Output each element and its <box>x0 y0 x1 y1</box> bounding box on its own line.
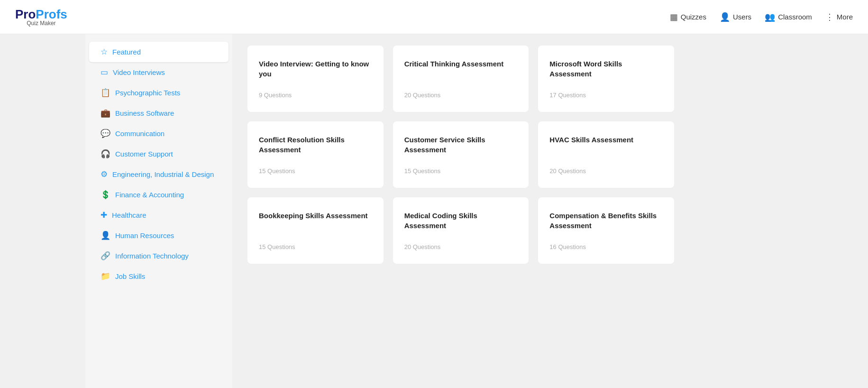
nav-more-label: More <box>837 13 853 21</box>
sidebar-item-information-technology[interactable]: 🔗 Information Technology <box>89 246 228 266</box>
communication-icon: 💬 <box>101 129 110 139</box>
card-video-interview[interactable]: Video Interview: Getting to know you 9 Q… <box>247 46 384 112</box>
sidebar: ☆ Featured ▭ Video Interviews 📋 Psychogr… <box>85 34 232 388</box>
nav-more[interactable]: ⋮ More <box>825 12 853 22</box>
card-questions: 15 Questions <box>259 243 372 250</box>
sidebar-item-featured[interactable]: ☆ Featured <box>89 42 228 62</box>
sidebar-item-label: Finance & Accounting <box>115 191 184 199</box>
card-questions: 15 Questions <box>404 167 518 175</box>
quizzes-icon: ▦ <box>670 12 678 22</box>
card-title: Video Interview: Getting to know you <box>259 59 372 79</box>
card-title: Critical Thinking Assessment <box>404 59 518 69</box>
healthcare-icon: ✚ <box>101 210 107 220</box>
card-title: Microsoft Word Skills Assessment <box>549 59 663 79</box>
card-questions: 20 Questions <box>404 92 518 99</box>
logo-pro: Pro <box>15 7 36 21</box>
nav-quizzes[interactable]: ▦ Quizzes <box>670 12 706 22</box>
more-icon: ⋮ <box>825 12 834 22</box>
customer-support-icon: 🎧 <box>101 149 110 159</box>
nav-classroom-label: Classroom <box>778 13 812 21</box>
sidebar-item-finance[interactable]: 💲 Finance & Accounting <box>89 185 228 205</box>
nav-quizzes-label: Quizzes <box>681 13 706 21</box>
sidebar-item-business-software[interactable]: 💼 Business Software <box>89 103 228 123</box>
left-spacer <box>0 34 85 388</box>
hr-icon: 👤 <box>101 231 110 240</box>
layout: ☆ Featured ▭ Video Interviews 📋 Psychogr… <box>0 34 868 388</box>
card-customer-service[interactable]: Customer Service Skills Assessment 15 Qu… <box>393 121 529 188</box>
sidebar-item-label: Business Software <box>115 109 174 117</box>
logo[interactable]: ProProfs Quiz Maker <box>15 8 67 26</box>
cards-grid: Video Interview: Getting to know you 9 Q… <box>247 46 674 264</box>
sidebar-item-label: Communication <box>115 129 164 138</box>
card-medical-coding[interactable]: Medical Coding Skills Assessment 20 Ques… <box>393 197 529 264</box>
sidebar-item-healthcare[interactable]: ✚ Healthcare <box>89 205 228 225</box>
card-title: Conflict Resolution Skills Assessment <box>259 135 372 155</box>
card-bookkeeping[interactable]: Bookkeeping Skills Assessment 15 Questio… <box>247 197 384 264</box>
header-nav: ▦ Quizzes 👤 Users 👥 Classroom ⋮ More <box>670 12 853 22</box>
sidebar-item-customer-support[interactable]: 🎧 Customer Support <box>89 144 228 164</box>
sidebar-item-human-resources[interactable]: 👤 Human Resources <box>89 225 228 246</box>
card-questions: 16 Questions <box>549 243 663 250</box>
card-conflict-resolution[interactable]: Conflict Resolution Skills Assessment 15… <box>247 121 384 188</box>
header: ProProfs Quiz Maker ▦ Quizzes 👤 Users 👥 … <box>0 0 868 34</box>
sidebar-item-label: Job Skills <box>115 272 145 280</box>
sidebar-item-label: Engineering, Industrial & Design <box>112 170 214 178</box>
card-microsoft-word[interactable]: Microsoft Word Skills Assessment 17 Ques… <box>538 46 674 112</box>
featured-icon: ☆ <box>101 47 108 57</box>
card-title: Customer Service Skills Assessment <box>404 135 518 155</box>
finance-icon: 💲 <box>101 190 110 200</box>
sidebar-item-label: Featured <box>112 48 141 56</box>
engineering-icon: ⚙ <box>101 169 108 179</box>
classroom-icon: 👥 <box>765 12 775 22</box>
nav-classroom[interactable]: 👥 Classroom <box>765 12 812 22</box>
sidebar-item-label: Human Resources <box>115 231 174 240</box>
card-title: HVAC Skills Assessment <box>549 135 663 145</box>
video-icon: ▭ <box>101 67 108 77</box>
card-compensation-benefits[interactable]: Compensation & Benefits Skills Assessmen… <box>538 197 674 264</box>
card-questions: 9 Questions <box>259 92 372 99</box>
users-icon: 👤 <box>720 12 730 22</box>
card-title: Compensation & Benefits Skills Assessmen… <box>549 211 663 231</box>
sidebar-item-psychographic[interactable]: 📋 Psychographic Tests <box>89 83 228 103</box>
it-icon: 🔗 <box>101 251 110 261</box>
sidebar-item-label: Healthcare <box>112 211 146 219</box>
sidebar-item-job-skills[interactable]: 📁 Job Skills <box>89 266 228 286</box>
card-questions: 20 Questions <box>549 167 663 175</box>
sidebar-item-label: Customer Support <box>115 150 173 158</box>
card-critical-thinking[interactable]: Critical Thinking Assessment 20 Question… <box>393 46 529 112</box>
card-hvac[interactable]: HVAC Skills Assessment 20 Questions <box>538 121 674 188</box>
sidebar-item-video-interviews[interactable]: ▭ Video Interviews <box>89 62 228 83</box>
nav-users-label: Users <box>733 13 751 21</box>
sidebar-item-label: Video Interviews <box>113 68 165 76</box>
sidebar-item-communication[interactable]: 💬 Communication <box>89 123 228 144</box>
card-questions: 17 Questions <box>549 92 663 99</box>
card-title: Medical Coding Skills Assessment <box>404 211 518 231</box>
logo-subtitle: Quiz Maker <box>15 20 67 26</box>
main-content: Video Interview: Getting to know you 9 Q… <box>232 34 868 388</box>
sidebar-item-label: Psychographic Tests <box>115 89 180 97</box>
psychographic-icon: 📋 <box>101 88 110 98</box>
sidebar-item-label: Information Technology <box>115 252 189 260</box>
nav-users[interactable]: 👤 Users <box>720 12 751 22</box>
sidebar-item-engineering[interactable]: ⚙ Engineering, Industrial & Design <box>89 164 228 185</box>
card-title: Bookkeeping Skills Assessment <box>259 211 372 221</box>
logo-text: ProProfs <box>15 8 67 20</box>
card-questions: 20 Questions <box>404 243 518 250</box>
card-questions: 15 Questions <box>259 167 372 175</box>
business-icon: 💼 <box>101 108 110 118</box>
logo-profs: Profs <box>36 7 67 21</box>
job-icon: 📁 <box>101 271 110 281</box>
